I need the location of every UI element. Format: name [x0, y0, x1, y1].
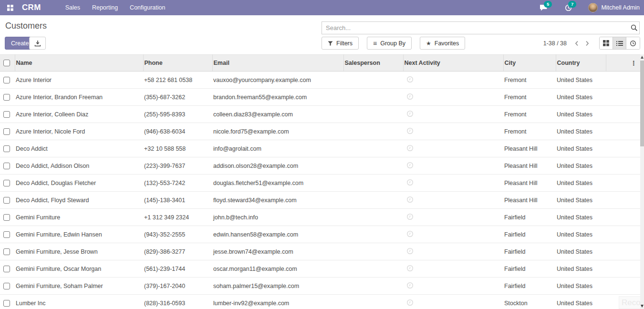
pager-next-icon[interactable] [582, 37, 592, 50]
favorites-button[interactable]: ★ Favorites [420, 37, 465, 50]
cell-country: United States [556, 278, 606, 295]
select-all-checkbox[interactable] [3, 60, 10, 66]
menu-configuration[interactable]: Configuration [130, 4, 165, 11]
row-checkbox[interactable] [3, 128, 10, 135]
table-row[interactable]: Azure Interior, Nicole Ford(946)-638-603… [0, 123, 640, 140]
optional-columns-icon[interactable]: ⋮ [631, 60, 637, 67]
next-activity-clock-icon[interactable] [406, 110, 414, 117]
row-checkbox[interactable] [3, 248, 10, 255]
kanban-view-button[interactable] [600, 37, 613, 49]
cell-phone: +58 212 681 0538 [143, 72, 212, 89]
column-header-name[interactable]: Name [15, 55, 143, 72]
scrollbar-down-arrow-icon[interactable] [641, 305, 644, 308]
vertical-scrollbar[interactable] [640, 54, 644, 309]
next-activity-clock-icon[interactable] [406, 93, 414, 100]
cell-name: Deco Addict, Floyd Steward [15, 192, 143, 209]
table-row[interactable]: Azure Interior, Brandon Freeman(355)-687… [0, 89, 640, 106]
app-name[interactable]: CRM [22, 3, 41, 12]
cell-salesperson [343, 260, 403, 278]
search-icon[interactable] [629, 24, 639, 31]
row-checkbox[interactable] [3, 197, 10, 204]
table-row[interactable]: Deco Addict, Douglas Fletcher(132)-553-7… [0, 175, 640, 192]
row-checkbox[interactable] [3, 111, 10, 118]
apps-menu-icon[interactable] [4, 2, 16, 13]
table-row[interactable]: Deco Addict, Addison Olson(223)-399-7637… [0, 157, 640, 175]
next-activity-clock-icon[interactable] [406, 265, 414, 272]
cell-salesperson [343, 157, 403, 175]
scrollbar-up-arrow-icon[interactable] [641, 56, 644, 59]
row-checkbox[interactable] [3, 180, 10, 186]
table-row[interactable]: Deco Addict+32 10 588 558info@agrolait.c… [0, 140, 640, 157]
next-activity-clock-icon[interactable] [406, 282, 414, 289]
list-icon [616, 41, 623, 46]
column-header-city[interactable]: City [503, 55, 556, 72]
cell-salesperson [343, 226, 403, 243]
menu-reporting[interactable]: Reporting [92, 4, 118, 11]
cell-country: United States [556, 72, 606, 89]
cell-city: Fairfield [503, 278, 556, 295]
filter-funnel-icon [328, 41, 333, 46]
row-checkbox[interactable] [3, 300, 10, 307]
list-view-button[interactable] [613, 37, 626, 49]
next-activity-clock-icon[interactable] [406, 162, 414, 169]
next-activity-clock-icon[interactable] [406, 196, 414, 203]
user-menu[interactable]: Mitchell Admin [601, 4, 640, 11]
next-activity-clock-icon[interactable] [406, 179, 414, 186]
row-checkbox[interactable] [3, 94, 10, 101]
row-checkbox[interactable] [3, 283, 10, 289]
table-row[interactable]: Gemini Furniture, Jesse Brown(829)-386-3… [0, 243, 640, 260]
row-checkbox[interactable] [3, 266, 10, 272]
view-switcher [599, 37, 640, 50]
scrollbar-thumb[interactable] [640, 61, 644, 146]
column-header-email[interactable]: Email [212, 55, 343, 72]
table-row[interactable]: Lumber Inc(828)-316-0593lumber-inv92@exa… [0, 295, 640, 309]
row-checkbox[interactable] [3, 214, 10, 221]
messages-button[interactable]: 5 [540, 4, 548, 11]
table-row[interactable]: Gemini Furniture, Oscar Morgan(561)-239-… [0, 260, 640, 278]
next-activity-clock-icon[interactable] [406, 299, 414, 306]
cell-name: Lumber Inc [15, 295, 143, 309]
user-avatar[interactable] [588, 3, 598, 12]
pager-previous-icon[interactable] [571, 37, 582, 50]
group-by-icon: ≡ [373, 40, 377, 47]
next-activity-clock-icon[interactable] [406, 213, 414, 220]
next-activity-clock-icon[interactable] [406, 76, 414, 83]
search-input[interactable] [322, 24, 629, 31]
row-checkbox[interactable] [3, 77, 10, 83]
cell-phone: (255)-595-8393 [143, 106, 212, 123]
next-activity-clock-icon[interactable] [406, 247, 414, 255]
column-header-salesperson[interactable]: Salesperson [343, 55, 403, 72]
cell-country: United States [556, 89, 606, 106]
group-by-button[interactable]: ≡ Group By [367, 37, 412, 50]
filters-button[interactable]: Filters [322, 37, 359, 50]
activities-button[interactable]: 7 [564, 4, 572, 11]
table-row[interactable]: Gemini Furniture, Soham Palmer(379)-167-… [0, 278, 640, 295]
cell-phone: (943)-352-2555 [143, 226, 212, 243]
row-checkbox[interactable] [3, 163, 10, 169]
cell-email: edwin.hansen58@example.com [212, 226, 343, 243]
column-header-country[interactable]: Country [556, 55, 606, 72]
next-activity-clock-icon[interactable] [406, 127, 414, 134]
export-button[interactable] [29, 37, 46, 50]
page-title: Customers [5, 21, 47, 31]
table-row[interactable]: Gemini Furniture+1 312 349 2324john.b@te… [0, 209, 640, 226]
cell-name: Gemini Furniture, Jesse Brown [15, 243, 143, 260]
next-activity-clock-icon[interactable] [406, 230, 414, 237]
pager-range[interactable]: 1-38 / 38 [543, 40, 567, 47]
table-row[interactable]: Azure Interior+58 212 681 0538vauxoo@you… [0, 72, 640, 89]
column-header-phone[interactable]: Phone [143, 55, 212, 72]
menu-sales[interactable]: Sales [65, 4, 80, 11]
row-checkbox[interactable] [3, 145, 10, 152]
table-row[interactable]: Deco Addict, Floyd Steward(145)-138-3401… [0, 192, 640, 209]
activity-view-button[interactable] [626, 37, 640, 49]
cell-city: Fairfield [503, 243, 556, 260]
cell-city: Fairfield [503, 209, 556, 226]
cell-salesperson [343, 278, 403, 295]
topbar: CRM SalesReportingConfiguration 5 7 Mitc… [0, 0, 644, 15]
row-checkbox[interactable] [3, 231, 10, 238]
topbar-right: 5 7 Mitchell Admin [540, 3, 644, 12]
table-row[interactable]: Gemini Furniture, Edwin Hansen(943)-352-… [0, 226, 640, 243]
table-row[interactable]: Azure Interior, Colleen Diaz(255)-595-83… [0, 106, 640, 123]
column-header-next-activity[interactable]: Next Activity [403, 55, 503, 72]
next-activity-clock-icon[interactable] [406, 144, 414, 152]
